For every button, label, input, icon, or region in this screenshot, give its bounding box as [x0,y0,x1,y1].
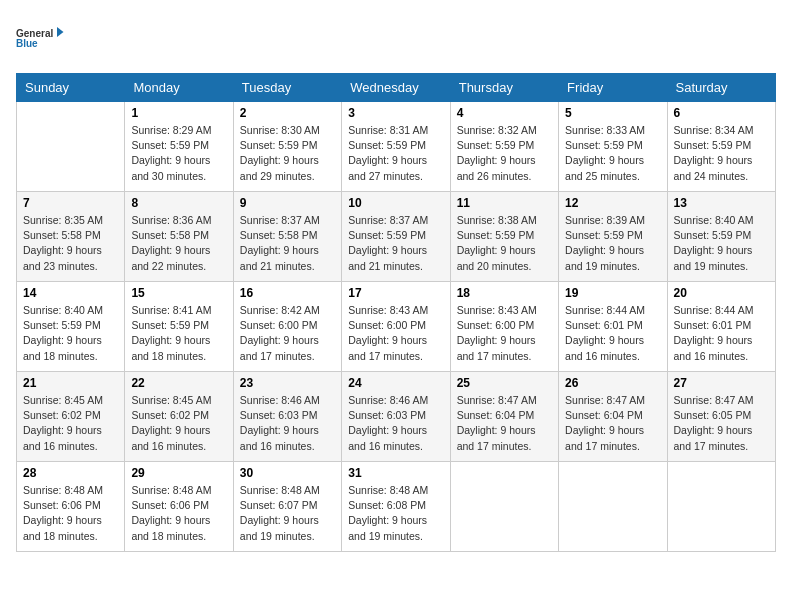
day-info: Sunrise: 8:38 AMSunset: 5:59 PMDaylight:… [457,213,552,274]
day-info: Sunrise: 8:47 AMSunset: 6:04 PMDaylight:… [457,393,552,454]
day-number: 5 [565,106,660,120]
calendar-cell [17,102,125,192]
day-number: 9 [240,196,335,210]
calendar-cell: 12Sunrise: 8:39 AMSunset: 5:59 PMDayligh… [559,192,667,282]
column-header-saturday: Saturday [667,74,775,102]
day-number: 12 [565,196,660,210]
column-header-wednesday: Wednesday [342,74,450,102]
calendar-cell: 18Sunrise: 8:43 AMSunset: 6:00 PMDayligh… [450,282,558,372]
day-info: Sunrise: 8:32 AMSunset: 5:59 PMDaylight:… [457,123,552,184]
calendar-cell: 30Sunrise: 8:48 AMSunset: 6:07 PMDayligh… [233,462,341,552]
day-info: Sunrise: 8:45 AMSunset: 6:02 PMDaylight:… [131,393,226,454]
day-number: 6 [674,106,769,120]
day-number: 10 [348,196,443,210]
day-info: Sunrise: 8:46 AMSunset: 6:03 PMDaylight:… [240,393,335,454]
calendar-cell: 20Sunrise: 8:44 AMSunset: 6:01 PMDayligh… [667,282,775,372]
calendar-cell [559,462,667,552]
day-number: 19 [565,286,660,300]
week-row-3: 14Sunrise: 8:40 AMSunset: 5:59 PMDayligh… [17,282,776,372]
day-number: 25 [457,376,552,390]
day-number: 17 [348,286,443,300]
day-info: Sunrise: 8:43 AMSunset: 6:00 PMDaylight:… [457,303,552,364]
calendar-cell: 27Sunrise: 8:47 AMSunset: 6:05 PMDayligh… [667,372,775,462]
calendar-cell: 16Sunrise: 8:42 AMSunset: 6:00 PMDayligh… [233,282,341,372]
day-number: 14 [23,286,118,300]
day-info: Sunrise: 8:30 AMSunset: 5:59 PMDaylight:… [240,123,335,184]
calendar-cell: 26Sunrise: 8:47 AMSunset: 6:04 PMDayligh… [559,372,667,462]
calendar-cell: 29Sunrise: 8:48 AMSunset: 6:06 PMDayligh… [125,462,233,552]
calendar-cell: 6Sunrise: 8:34 AMSunset: 5:59 PMDaylight… [667,102,775,192]
week-row-1: 1Sunrise: 8:29 AMSunset: 5:59 PMDaylight… [17,102,776,192]
calendar-cell: 5Sunrise: 8:33 AMSunset: 5:59 PMDaylight… [559,102,667,192]
calendar-cell: 1Sunrise: 8:29 AMSunset: 5:59 PMDaylight… [125,102,233,192]
day-info: Sunrise: 8:37 AMSunset: 5:58 PMDaylight:… [240,213,335,274]
svg-text:General: General [16,28,53,39]
day-info: Sunrise: 8:46 AMSunset: 6:03 PMDaylight:… [348,393,443,454]
calendar-cell: 21Sunrise: 8:45 AMSunset: 6:02 PMDayligh… [17,372,125,462]
week-row-5: 28Sunrise: 8:48 AMSunset: 6:06 PMDayligh… [17,462,776,552]
calendar-cell: 15Sunrise: 8:41 AMSunset: 5:59 PMDayligh… [125,282,233,372]
day-number: 1 [131,106,226,120]
day-number: 7 [23,196,118,210]
day-info: Sunrise: 8:34 AMSunset: 5:59 PMDaylight:… [674,123,769,184]
calendar-cell: 13Sunrise: 8:40 AMSunset: 5:59 PMDayligh… [667,192,775,282]
logo-svg: General Blue [16,16,66,61]
calendar-cell: 14Sunrise: 8:40 AMSunset: 5:59 PMDayligh… [17,282,125,372]
day-info: Sunrise: 8:41 AMSunset: 5:59 PMDaylight:… [131,303,226,364]
week-row-4: 21Sunrise: 8:45 AMSunset: 6:02 PMDayligh… [17,372,776,462]
day-number: 4 [457,106,552,120]
calendar-cell: 2Sunrise: 8:30 AMSunset: 5:59 PMDaylight… [233,102,341,192]
svg-marker-2 [57,27,64,37]
calendar-cell: 31Sunrise: 8:48 AMSunset: 6:08 PMDayligh… [342,462,450,552]
calendar-table: SundayMondayTuesdayWednesdayThursdayFrid… [16,73,776,552]
day-number: 13 [674,196,769,210]
day-number: 30 [240,466,335,480]
day-info: Sunrise: 8:35 AMSunset: 5:58 PMDaylight:… [23,213,118,274]
day-info: Sunrise: 8:37 AMSunset: 5:59 PMDaylight:… [348,213,443,274]
day-number: 31 [348,466,443,480]
header: General Blue [16,16,776,61]
day-info: Sunrise: 8:42 AMSunset: 6:00 PMDaylight:… [240,303,335,364]
column-header-friday: Friday [559,74,667,102]
day-number: 20 [674,286,769,300]
calendar-cell: 9Sunrise: 8:37 AMSunset: 5:58 PMDaylight… [233,192,341,282]
day-number: 16 [240,286,335,300]
day-info: Sunrise: 8:39 AMSunset: 5:59 PMDaylight:… [565,213,660,274]
calendar-cell: 24Sunrise: 8:46 AMSunset: 6:03 PMDayligh… [342,372,450,462]
day-number: 23 [240,376,335,390]
calendar-cell: 4Sunrise: 8:32 AMSunset: 5:59 PMDaylight… [450,102,558,192]
day-number: 8 [131,196,226,210]
week-row-2: 7Sunrise: 8:35 AMSunset: 5:58 PMDaylight… [17,192,776,282]
day-info: Sunrise: 8:40 AMSunset: 5:59 PMDaylight:… [674,213,769,274]
calendar-cell: 8Sunrise: 8:36 AMSunset: 5:58 PMDaylight… [125,192,233,282]
logo: General Blue [16,16,66,61]
calendar-cell: 28Sunrise: 8:48 AMSunset: 6:06 PMDayligh… [17,462,125,552]
day-number: 29 [131,466,226,480]
svg-text:Blue: Blue [16,38,38,49]
calendar-cell: 7Sunrise: 8:35 AMSunset: 5:58 PMDaylight… [17,192,125,282]
calendar-cell: 3Sunrise: 8:31 AMSunset: 5:59 PMDaylight… [342,102,450,192]
day-info: Sunrise: 8:31 AMSunset: 5:59 PMDaylight:… [348,123,443,184]
day-number: 18 [457,286,552,300]
day-info: Sunrise: 8:29 AMSunset: 5:59 PMDaylight:… [131,123,226,184]
calendar-cell: 22Sunrise: 8:45 AMSunset: 6:02 PMDayligh… [125,372,233,462]
day-info: Sunrise: 8:45 AMSunset: 6:02 PMDaylight:… [23,393,118,454]
day-number: 27 [674,376,769,390]
calendar-cell: 10Sunrise: 8:37 AMSunset: 5:59 PMDayligh… [342,192,450,282]
day-number: 3 [348,106,443,120]
day-number: 21 [23,376,118,390]
day-number: 22 [131,376,226,390]
day-info: Sunrise: 8:44 AMSunset: 6:01 PMDaylight:… [674,303,769,364]
column-header-sunday: Sunday [17,74,125,102]
column-header-tuesday: Tuesday [233,74,341,102]
column-header-thursday: Thursday [450,74,558,102]
day-number: 26 [565,376,660,390]
calendar-cell: 17Sunrise: 8:43 AMSunset: 6:00 PMDayligh… [342,282,450,372]
calendar-cell [450,462,558,552]
day-number: 15 [131,286,226,300]
calendar-cell: 19Sunrise: 8:44 AMSunset: 6:01 PMDayligh… [559,282,667,372]
day-number: 28 [23,466,118,480]
column-header-monday: Monday [125,74,233,102]
day-info: Sunrise: 8:36 AMSunset: 5:58 PMDaylight:… [131,213,226,274]
day-number: 11 [457,196,552,210]
